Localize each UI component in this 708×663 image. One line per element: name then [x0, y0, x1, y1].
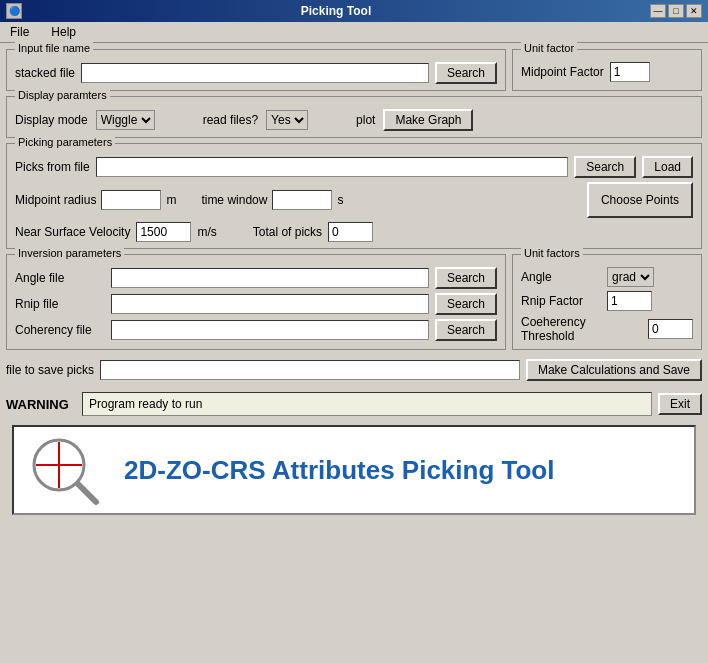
stacked-file-row: stacked file Search [15, 62, 497, 84]
time-window-label: time window [201, 193, 267, 207]
stacked-file-input[interactable] [81, 63, 429, 83]
picks-from-input[interactable] [96, 157, 569, 177]
display-params-label: Display paramters [15, 89, 110, 101]
status-box: Program ready to run [82, 392, 652, 416]
menu-file[interactable]: File [4, 24, 35, 40]
display-mode-select[interactable]: Wiggle [96, 110, 155, 130]
near-surface-velocity-input[interactable] [136, 222, 191, 242]
m-label: m [166, 193, 176, 207]
midpoint-row: Midpoint radius m time window s Choose P… [15, 182, 693, 218]
total-picks-input[interactable] [328, 222, 373, 242]
main-content: Input file name stacked file Search Unit… [0, 43, 708, 523]
file-to-save-input[interactable] [100, 360, 520, 380]
menu-bar: File Help [0, 22, 708, 43]
rnip-factor-input[interactable] [607, 291, 652, 311]
stacked-file-label: stacked file [15, 66, 75, 80]
rnip-factor-row: Rnip Factor [521, 291, 693, 311]
maximize-button[interactable]: □ [668, 4, 684, 18]
coherency-file-input[interactable] [111, 320, 429, 340]
make-graph-button[interactable]: Make Graph [383, 109, 473, 131]
search-picks-button[interactable]: Search [574, 156, 636, 178]
midpoint-factor-label: Midpoint Factor [521, 65, 604, 79]
inversion-params-label: Inversion parameters [15, 247, 124, 259]
title-bar-buttons: — □ ✕ [650, 4, 702, 18]
read-files-select[interactable]: Yes [266, 110, 308, 130]
midpoint-factor-input[interactable] [610, 62, 650, 82]
choose-points-button[interactable]: Choose Points [587, 182, 693, 218]
display-params-group: Display paramters Display mode Wiggle re… [6, 96, 702, 138]
coherency-threshold-label: Coeherency Threshold [521, 315, 642, 343]
logo-text: 2D-ZO-CRS Attributes Picking Tool [114, 455, 554, 486]
angle-file-row: Angle file Search [15, 267, 497, 289]
menu-help[interactable]: Help [45, 24, 82, 40]
midpoint-radius-label: Midpoint radius [15, 193, 96, 207]
minimize-button[interactable]: — [650, 4, 666, 18]
rnip-file-row: Rnip file Search [15, 293, 497, 315]
unit-factors-group: Unit factors Angle grad Rnip Factor Coeh… [512, 254, 702, 350]
file-to-save-label: file to save picks [6, 363, 94, 377]
inversion-row: Inversion parameters Angle file Search R… [6, 254, 702, 350]
picks-from-label: Picks from file [15, 160, 90, 174]
midpoint-factor-row: Midpoint Factor [521, 62, 693, 82]
read-files-label: read files? [203, 113, 258, 127]
midpoint-radius-input[interactable] [101, 190, 161, 210]
velocity-row: Near Surface Velocity m/s Total of picks [15, 222, 693, 242]
unit-factor-group: Unit factor Midpoint Factor [512, 49, 702, 91]
logo-icon [24, 430, 104, 510]
midpoint-radius-group: Midpoint radius m time window s [15, 190, 343, 210]
coherency-threshold-row: Coeherency Threshold [521, 315, 693, 343]
exit-button[interactable]: Exit [658, 393, 702, 415]
picking-params-label: Picking parameters [15, 136, 115, 148]
input-file-label: Input file name [15, 42, 93, 54]
load-button[interactable]: Load [642, 156, 693, 178]
search-coherency-button[interactable]: Search [435, 319, 497, 341]
angle-row: Angle grad [521, 267, 693, 287]
rnip-factor-label: Rnip Factor [521, 294, 601, 308]
plot-label: plot [356, 113, 375, 127]
input-file-group: Input file name stacked file Search [6, 49, 506, 91]
search-stacked-button[interactable]: Search [435, 62, 497, 84]
coherency-file-row: Coherency file Search [15, 319, 497, 341]
picks-from-row: Picks from file Search Load [15, 156, 693, 178]
close-button[interactable]: ✕ [686, 4, 702, 18]
coherency-threshold-input[interactable] [648, 319, 693, 339]
rnip-file-label: Rnip file [15, 297, 105, 311]
title-bar: 🔵 Picking Tool — □ ✕ [0, 0, 708, 22]
window-title: Picking Tool [22, 4, 650, 18]
angle-select[interactable]: grad [607, 267, 654, 287]
rnip-file-input[interactable] [111, 294, 429, 314]
total-picks-label: Total of picks [253, 225, 322, 239]
picking-params-group: Picking parameters Picks from file Searc… [6, 143, 702, 249]
angle-uf-label: Angle [521, 270, 601, 284]
warning-label: WARNING [6, 397, 76, 412]
search-rnip-button[interactable]: Search [435, 293, 497, 315]
svg-line-4 [78, 484, 96, 502]
inversion-params-group: Inversion parameters Angle file Search R… [6, 254, 506, 350]
unit-factors-label: Unit factors [521, 247, 583, 259]
warning-row: WARNING Program ready to run Exit [6, 390, 702, 418]
ms-label: m/s [197, 225, 216, 239]
logo-image [14, 428, 114, 513]
angle-file-label: Angle file [15, 271, 105, 285]
coherency-file-label: Coherency file [15, 323, 105, 337]
status-text: Program ready to run [89, 397, 202, 411]
display-params-row: Display mode Wiggle read files? Yes plot… [15, 109, 693, 131]
display-mode-label: Display mode [15, 113, 88, 127]
search-angle-button[interactable]: Search [435, 267, 497, 289]
unit-factor-label: Unit factor [521, 42, 577, 54]
top-row: Input file name stacked file Search Unit… [6, 49, 702, 91]
angle-file-input[interactable] [111, 268, 429, 288]
near-surface-velocity-label: Near Surface Velocity [15, 225, 130, 239]
save-row: file to save picks Make Calculations and… [6, 355, 702, 385]
app-icon: 🔵 [6, 3, 22, 19]
s-label: s [337, 193, 343, 207]
make-calculations-button[interactable]: Make Calculations and Save [526, 359, 702, 381]
logo-box: 2D-ZO-CRS Attributes Picking Tool [12, 425, 696, 515]
time-window-input[interactable] [272, 190, 332, 210]
